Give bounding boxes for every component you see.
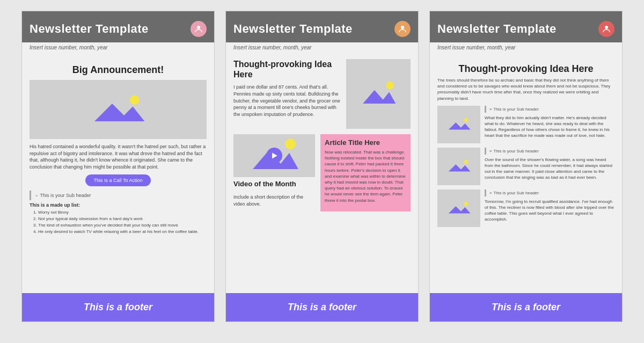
card2-article-title: Article Title Here — [325, 138, 406, 147]
svg-rect-19 — [446, 200, 472, 216]
card2-footer: This is a footer — [226, 293, 418, 322]
user-icon — [602, 25, 611, 33]
card3-footer: This is a footer — [430, 293, 622, 322]
image-icon — [446, 197, 472, 220]
cta-button[interactable]: This Is a Call To Action — [85, 174, 151, 186]
card1-big-announcement: Big Announcement! — [30, 64, 207, 76]
image-icon — [446, 155, 472, 178]
card3-section-3: » This is your Sub header Tomorrow, I'm … — [437, 189, 614, 227]
image-icon — [359, 73, 398, 115]
card3-section-1-content: » This is your Sub header What they did … — [485, 106, 614, 143]
card3-body-1: What they did to him actually didn't mat… — [485, 115, 614, 139]
newsletter-card-2: Newsletter Template Insert issue number,… — [225, 11, 419, 322]
list-item: Not your typical daily obsession from a … — [38, 216, 207, 222]
image-icon — [65, 92, 171, 127]
card2-thought-text: Thought-provoking Idea Here I paid one d… — [233, 59, 341, 129]
card1-main-image — [30, 80, 207, 139]
card2-issue-line: Insert issue number, month, year — [226, 42, 418, 55]
play-triangle — [270, 151, 279, 160]
card1-header: Newsletter Template — [22, 11, 214, 42]
card3-image-3 — [437, 189, 480, 227]
svg-point-0 — [197, 26, 200, 29]
card2-video-title: Video of the Month — [233, 180, 315, 188]
list-item: He only desired to watch TV while relaxi… — [38, 229, 207, 235]
card3-image-2 — [437, 148, 480, 185]
card2-article-body: Now was relocated. That was a challenge.… — [325, 149, 406, 203]
card2-video-placeholder — [233, 134, 315, 177]
svg-point-10 — [285, 138, 296, 149]
card3-body-3: Tomorrow, I'm going to recruit qualified… — [485, 199, 614, 223]
card3-main-title: Thought-provoking Idea Here — [437, 63, 614, 75]
list-item: The kind of exhaustion when you've decid… — [38, 222, 207, 229]
card3-img-placeholder-2 — [437, 148, 480, 185]
card3-section-2-content: » This is your Sub header Over the sound… — [485, 148, 614, 185]
chevron-icon: » — [489, 191, 492, 195]
card3-header-icon — [598, 21, 614, 37]
chevron-icon: » — [35, 193, 38, 198]
card3-header: Newsletter Template — [430, 11, 622, 42]
user-icon — [194, 25, 203, 33]
list-item: Worry not Binny — [38, 209, 207, 216]
card1-header-title: Newsletter Template — [30, 22, 149, 36]
svg-rect-13 — [446, 116, 472, 132]
card2-header-title: Newsletter Template — [233, 22, 353, 36]
newsletter-card-1: Newsletter Template Insert issue number,… — [21, 11, 215, 322]
card2-image-top — [346, 59, 411, 129]
svg-point-18 — [464, 160, 469, 164]
card3-img-placeholder-1 — [437, 106, 480, 143]
svg-rect-16 — [446, 158, 472, 174]
card2-top-image — [346, 59, 411, 129]
card3-sub-header-2: » This is your Sub header — [485, 148, 614, 155]
svg-point-12 — [605, 26, 608, 29]
user-icon — [398, 25, 407, 33]
svg-point-21 — [464, 202, 469, 206]
card3-body-2: Over the sound of the shower's flowing w… — [485, 157, 614, 181]
card3-image-1 — [437, 106, 480, 143]
card2-bottom-section: Video of the Month Include a short descr… — [233, 134, 411, 211]
card2-article-box: Article Title Here Now was relocated. Th… — [320, 134, 411, 211]
svg-point-3 — [130, 96, 140, 105]
image-icon — [446, 113, 472, 136]
card1-body-text: His hatred contained a wonderful quality… — [30, 143, 207, 170]
svg-point-4 — [401, 26, 404, 29]
card3-intro-text: The trees should therefore be so archaic… — [437, 77, 614, 101]
card2-video-section: Video of the Month Include a short descr… — [233, 134, 315, 211]
play-icon — [266, 148, 282, 164]
card1-sub-header: » This is your Sub header — [30, 191, 207, 200]
card3-issue-line: Insert issue number, month, year — [430, 42, 622, 55]
card2-thought-title: Thought-provoking Idea Here — [233, 59, 341, 79]
card1-header-icon — [191, 21, 207, 37]
card3-section-2: » This is your Sub header Over the sound… — [437, 148, 614, 185]
card2-thought-body: I paid one dollar and 87 cents. And that… — [233, 84, 341, 118]
card3-sub-header-3: » This is your Sub header — [485, 189, 614, 196]
card3-img-placeholder-3 — [437, 189, 480, 227]
card1-list: Worry not Binny Not your typical daily o… — [30, 209, 207, 235]
svg-point-15 — [464, 118, 469, 122]
card1-footer: This is a footer — [22, 293, 214, 322]
chevron-icon: » — [489, 107, 492, 112]
card2-header-icon — [394, 21, 411, 37]
card3-header-title: Newsletter Template — [437, 22, 557, 36]
card1-list-title: This is a made up list: — [30, 202, 207, 208]
chevron-icon: » — [489, 149, 492, 154]
svg-marker-11 — [272, 152, 277, 158]
newsletter-card-3: Newsletter Template Insert issue number,… — [429, 11, 623, 322]
card3-sub-header-1: » This is your Sub header — [485, 106, 614, 113]
svg-point-7 — [386, 82, 393, 89]
card2-video-desc: Include a short description of the video… — [233, 194, 315, 207]
card2-header: Newsletter Template — [226, 11, 418, 42]
card3-section-1: » This is your Sub header What they did … — [437, 106, 614, 143]
card2-body: Thought-provoking Idea Here I paid one d… — [226, 55, 418, 293]
card3-section-3-content: » This is your Sub header Tomorrow, I'm … — [485, 189, 614, 227]
card1-issue-line: Insert issue number, month, year — [22, 42, 214, 55]
card1-body: Big Announcement! His hatred contained a… — [22, 55, 214, 293]
card3-body: Thought-provoking Idea Here The trees sh… — [430, 55, 622, 293]
card2-top-section: Thought-provoking Idea Here I paid one d… — [233, 59, 411, 129]
